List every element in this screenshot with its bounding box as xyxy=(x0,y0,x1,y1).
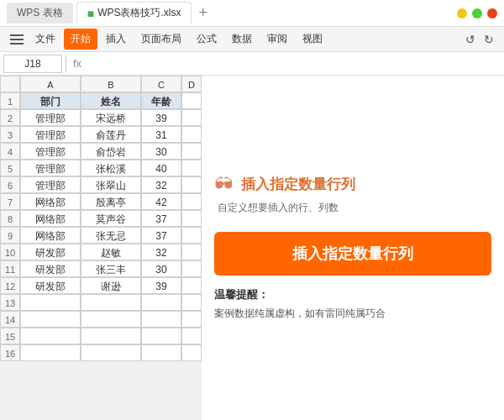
dept-cell[interactable]: 网络部 xyxy=(20,210,81,227)
name-cell[interactable]: 谢逊 xyxy=(81,277,141,294)
name-cell[interactable] xyxy=(81,344,141,361)
row-number: 3 xyxy=(0,126,20,143)
insert-rows-button[interactable]: 插入指定数量行列 xyxy=(214,232,491,276)
undo-redo-group: ↺ ↻ xyxy=(462,31,497,48)
name-cell[interactable]: 赵敏 xyxy=(81,244,141,260)
dept-cell[interactable]: 管理部 xyxy=(20,176,81,193)
table-row: 6管理部张翠山32 xyxy=(0,176,202,193)
dept-cell[interactable] xyxy=(20,344,81,361)
table-row: 8网络部莫声谷37 xyxy=(0,210,202,227)
age-cell[interactable]: 30 xyxy=(141,143,181,160)
title-bar: WPS 表格 ■ WPS表格技巧.xlsx + xyxy=(0,0,504,27)
table-row: 14 xyxy=(0,311,202,328)
age-cell[interactable] xyxy=(141,294,181,311)
dept-cell[interactable]: 管理部 xyxy=(20,126,81,143)
table-row: 16 xyxy=(0,344,202,361)
age-cell[interactable]: 31 xyxy=(141,126,181,143)
undo-button[interactable]: ↺ xyxy=(462,31,479,48)
dept-cell[interactable]: 研发部 xyxy=(20,244,81,260)
menu-review[interactable]: 审阅 xyxy=(260,29,294,50)
name-cell[interactable]: 俞岱岩 xyxy=(81,143,141,160)
tab-active-file[interactable]: ■ WPS表格技巧.xlsx xyxy=(76,2,192,24)
age-cell[interactable]: 30 xyxy=(141,260,181,277)
formula-input[interactable] xyxy=(88,55,501,73)
empty-cell xyxy=(181,210,202,227)
age-cell[interactable] xyxy=(141,344,181,361)
table-row: 13 xyxy=(0,294,202,311)
age-cell[interactable]: 32 xyxy=(141,244,181,260)
promo-subtitle: 自定义想要插入的行、列数 xyxy=(214,201,339,215)
empty-cell xyxy=(181,277,202,294)
maximize-button[interactable] xyxy=(472,8,482,18)
name-cell[interactable] xyxy=(81,294,141,311)
name-cell[interactable]: 张翠山 xyxy=(81,176,141,193)
dept-cell[interactable] xyxy=(20,328,81,344)
age-cell[interactable]: 39 xyxy=(141,109,181,126)
table-rows: 1部门姓名年龄2管理部宋远桥393管理部俞莲丹314管理部俞岱岩305管理部张松… xyxy=(0,92,202,361)
minimize-button[interactable] xyxy=(457,8,467,18)
name-cell[interactable] xyxy=(81,328,141,344)
dept-cell[interactable]: 管理部 xyxy=(20,160,81,176)
dept-cell[interactable]: 网络部 xyxy=(20,227,81,244)
row-number: 12 xyxy=(0,277,20,294)
dept-cell[interactable]: 研发部 xyxy=(20,277,81,294)
table-row: 7网络部殷离亭42 xyxy=(0,193,202,210)
glasses-icon: 🕶 xyxy=(214,174,233,196)
age-cell[interactable]: 37 xyxy=(141,210,181,227)
empty-cell xyxy=(181,143,202,160)
redo-button[interactable]: ↻ xyxy=(480,31,497,48)
formula-bar: fx xyxy=(0,52,504,76)
name-cell[interactable]: 姓名 xyxy=(81,92,141,109)
name-cell[interactable]: 张松溪 xyxy=(81,160,141,176)
col-header-c: C xyxy=(141,76,181,92)
name-cell[interactable]: 张三丰 xyxy=(81,260,141,277)
name-cell[interactable]: 宋远桥 xyxy=(81,109,141,126)
age-cell[interactable]: 42 xyxy=(141,193,181,210)
row-number: 8 xyxy=(0,210,20,227)
name-cell[interactable]: 张无忌 xyxy=(81,227,141,244)
hamburger-menu[interactable] xyxy=(7,31,27,48)
close-button[interactable] xyxy=(487,8,497,18)
menu-view[interactable]: 视图 xyxy=(296,29,329,50)
menu-insert[interactable]: 插入 xyxy=(99,29,133,50)
dept-cell[interactable]: 管理部 xyxy=(20,143,81,160)
name-cell[interactable] xyxy=(81,311,141,328)
table-row: 3管理部俞莲丹31 xyxy=(0,126,202,143)
menu-home[interactable]: 开始 xyxy=(64,29,97,50)
table-row: 4管理部俞岱岩30 xyxy=(0,143,202,160)
age-cell[interactable]: 37 xyxy=(141,227,181,244)
age-cell[interactable]: 40 xyxy=(141,160,181,176)
dept-cell[interactable]: 网络部 xyxy=(20,193,81,210)
empty-cell xyxy=(181,176,202,193)
menu-formula[interactable]: 公式 xyxy=(190,29,223,50)
dept-cell[interactable] xyxy=(20,294,81,311)
empty-cell xyxy=(181,160,202,176)
age-cell[interactable]: 年龄 xyxy=(141,92,181,109)
name-cell[interactable]: 殷离亭 xyxy=(81,193,141,210)
table-row: 15 xyxy=(0,328,202,344)
row-number: 10 xyxy=(0,244,20,260)
row-number: 4 xyxy=(0,143,20,160)
menu-data[interactable]: 数据 xyxy=(225,29,259,50)
age-cell[interactable] xyxy=(141,328,181,344)
age-cell[interactable] xyxy=(141,311,181,328)
dept-cell[interactable]: 部门 xyxy=(20,92,81,109)
add-tab-button[interactable]: + xyxy=(195,4,211,22)
dept-cell[interactable] xyxy=(20,311,81,328)
tab-wps-table[interactable]: WPS 表格 xyxy=(7,3,73,24)
column-headers: A B C D xyxy=(0,76,202,92)
age-cell[interactable]: 39 xyxy=(141,277,181,294)
empty-cell xyxy=(181,109,202,126)
menu-file[interactable]: 文件 xyxy=(29,29,62,50)
name-cell[interactable]: 莫声谷 xyxy=(81,210,141,227)
dept-cell[interactable]: 研发部 xyxy=(20,260,81,277)
row-number: 6 xyxy=(0,176,20,193)
dept-cell[interactable]: 管理部 xyxy=(20,109,81,126)
row-number: 16 xyxy=(0,344,20,361)
promo-title: 插入指定数量行列 xyxy=(241,175,355,194)
cell-reference-input[interactable] xyxy=(3,55,62,73)
sheet-container: A B C D 1部门姓名年龄2管理部宋远桥393管理部俞莲丹314管理部俞岱岩… xyxy=(0,76,202,361)
age-cell[interactable]: 32 xyxy=(141,176,181,193)
menu-layout[interactable]: 页面布局 xyxy=(134,29,188,50)
name-cell[interactable]: 俞莲丹 xyxy=(81,126,141,143)
